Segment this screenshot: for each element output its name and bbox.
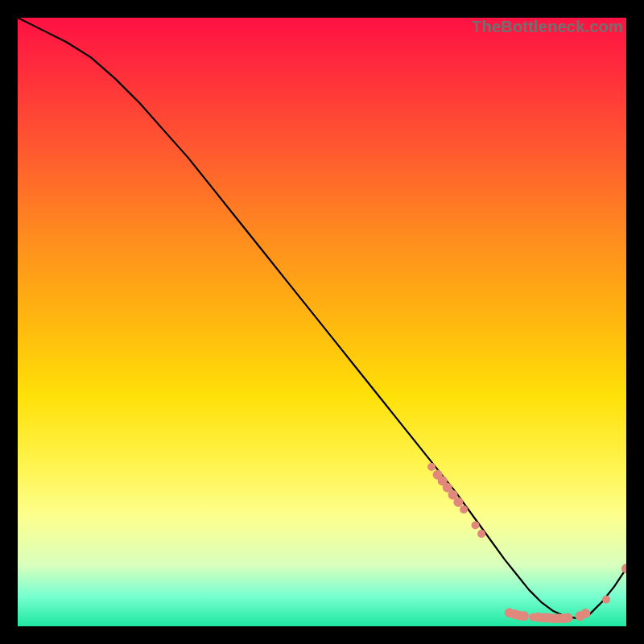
- chart-frame: TheBottleneck.com: [0, 0, 644, 644]
- highlight-point: [563, 613, 572, 622]
- highlight-point: [580, 609, 590, 618]
- chart-overlay: [18, 18, 626, 626]
- highlight-point: [427, 463, 436, 471]
- highlight-point: [621, 564, 626, 573]
- highlight-points: [427, 463, 626, 623]
- highlight-point: [472, 522, 480, 530]
- highlight-point: [460, 506, 468, 514]
- highlight-point: [519, 611, 529, 621]
- highlight-point: [602, 596, 610, 604]
- bottleneck-curve: [18, 18, 626, 618]
- plot-area: TheBottleneck.com: [18, 18, 626, 626]
- highlight-point: [453, 497, 463, 507]
- highlight-point: [477, 530, 485, 538]
